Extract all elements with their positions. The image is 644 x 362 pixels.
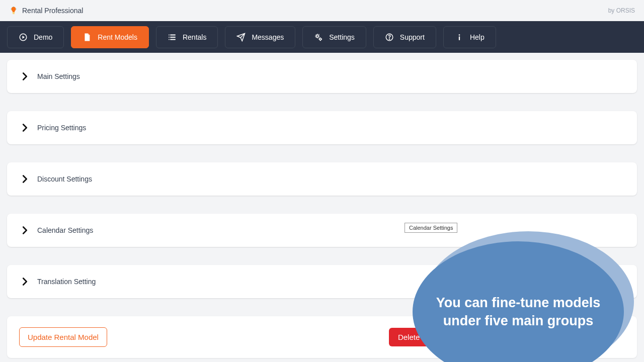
play-circle-icon	[19, 33, 28, 42]
chevron-right-icon	[19, 276, 30, 287]
chevron-right-icon	[19, 122, 30, 133]
main-nav: Demo Rent Models Rentals Messages Settin…	[0, 21, 644, 53]
nav-help-button[interactable]: Help	[443, 26, 496, 48]
nav-label: Demo	[34, 33, 52, 41]
app-header-left: Rental Professional	[9, 6, 83, 15]
app-header: Rental Professional by ORSIS	[0, 0, 644, 21]
chevron-right-icon	[19, 71, 30, 82]
panel-discount-settings[interactable]: Discount Settings	[7, 162, 637, 196]
app-byline: by ORSIS	[608, 7, 635, 14]
svg-point-7	[459, 34, 460, 36]
nav-label: Help	[470, 33, 485, 41]
chevron-right-icon	[19, 225, 30, 236]
panel-title: Calendar Settings	[37, 226, 93, 234]
nav-demo-button[interactable]: Demo	[7, 26, 64, 48]
svg-point-4	[319, 38, 321, 40]
panel-title: Discount Settings	[37, 175, 92, 183]
panel-title: Pricing Settings	[37, 124, 86, 132]
svg-point-6	[389, 39, 389, 39]
update-rental-model-button[interactable]: Update Rental Model	[19, 327, 107, 347]
help-circle-icon	[385, 33, 394, 42]
nav-label: Support	[400, 33, 425, 41]
nav-rentals-button[interactable]: Rentals	[156, 26, 218, 48]
list-icon	[168, 33, 177, 42]
nav-support-button[interactable]: Support	[373, 26, 436, 48]
nav-label: Rentals	[183, 33, 206, 41]
document-icon	[83, 33, 92, 42]
panel-title: Main Settings	[37, 72, 80, 80]
svg-rect-8	[459, 36, 460, 40]
info-icon	[455, 33, 464, 42]
nav-rent-models-button[interactable]: Rent Models	[71, 26, 149, 48]
panel-main-settings[interactable]: Main Settings	[7, 60, 637, 93]
svg-rect-0	[13, 13, 15, 13]
nav-messages-button[interactable]: Messages	[225, 26, 295, 48]
callout-text: You can fine-tune models under five main…	[433, 294, 604, 330]
callout-bubble: You can fine-tune models under five main…	[413, 231, 644, 362]
panel-title: Translation Setting	[37, 278, 96, 286]
gears-icon	[314, 33, 323, 42]
svg-rect-1	[13, 14, 15, 14]
nav-label: Settings	[329, 33, 355, 41]
svg-point-3	[316, 35, 319, 37]
nav-settings-button[interactable]: Settings	[302, 26, 366, 48]
nav-label: Rent Models	[98, 33, 137, 41]
send-icon	[236, 33, 246, 42]
lightbulb-icon	[9, 6, 18, 15]
nav-label: Messages	[252, 33, 284, 41]
panel-pricing-settings[interactable]: Pricing Settings	[7, 111, 637, 144]
app-title: Rental Professional	[22, 7, 83, 15]
chevron-right-icon	[19, 173, 30, 185]
